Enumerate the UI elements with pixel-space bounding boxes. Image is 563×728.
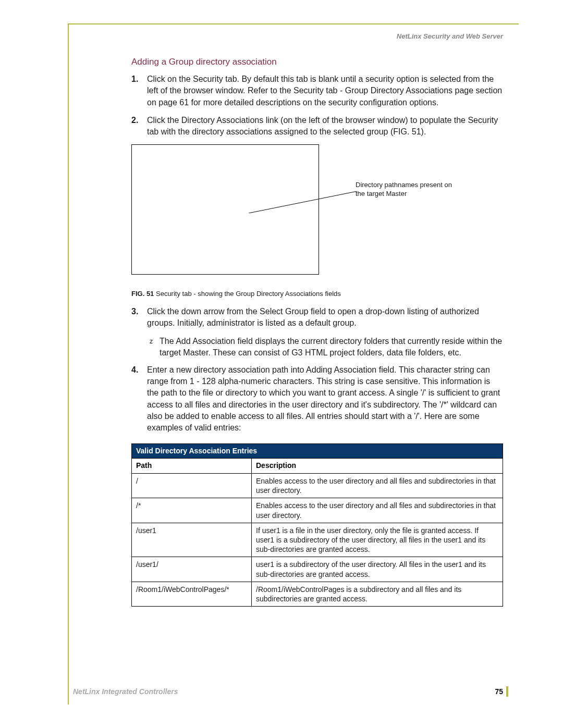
- table-row: /Room1/iWebControlPages/* /Room1/iWebCon…: [132, 582, 503, 606]
- step-body: Click on the Security tab. By default th…: [147, 73, 503, 108]
- running-head: NetLinx Security and Web Server: [69, 24, 519, 40]
- figure-caption-label: FIG. 51: [131, 290, 154, 298]
- cell-desc: Enables access to the user directory and…: [252, 498, 503, 523]
- svg-line-0: [249, 191, 357, 213]
- cell-path: /: [132, 474, 252, 498]
- bullet-marker: z: [149, 336, 160, 359]
- step-body: Click the Directory Associations link (o…: [147, 115, 503, 138]
- step-number: 2.: [131, 115, 147, 138]
- table-title: Valid Directory Association Entries: [132, 443, 503, 459]
- footer-title: NetLinx Integrated Controllers: [73, 687, 178, 696]
- step-number: 4.: [131, 364, 147, 434]
- page-footer: NetLinx Integrated Controllers 75: [73, 686, 508, 697]
- cell-desc: If user1 is a file in the user directory…: [252, 523, 503, 557]
- cell-desc: /Room1/iWebControlPages is a subdirector…: [252, 582, 503, 606]
- step-1: 1. Click on the Security tab. By default…: [131, 73, 503, 108]
- callout-label: Directory pathnames present on the targe…: [356, 181, 460, 199]
- table-row: /user1 If user1 is a file in the user di…: [132, 523, 503, 557]
- cell-desc: Enables access to the user directory and…: [252, 474, 503, 498]
- content-area: Adding a Group directory association 1. …: [69, 40, 519, 607]
- table-row: /user1/ user1 is a subdirectory of the u…: [132, 557, 503, 582]
- step-body: Enter a new directory association path i…: [147, 364, 503, 434]
- callout-leader-line: [249, 191, 357, 213]
- bullet-item: z The Add Association field displays the…: [149, 336, 503, 359]
- step-body: Click the down arrow from the Select Gro…: [147, 306, 503, 329]
- cell-path: /Room1/iWebControlPages/*: [132, 582, 252, 606]
- table-row: /* Enables access to the user directory …: [132, 498, 503, 523]
- step-4: 4. Enter a new directory association pat…: [131, 364, 503, 434]
- cell-desc: user1 is a subdirectory of the user dire…: [252, 557, 503, 582]
- step-3: 3. Click the down arrow from the Select …: [131, 306, 503, 329]
- valid-entries-table: Valid Directory Association Entries Path…: [131, 443, 503, 607]
- step-number: 3.: [131, 306, 147, 329]
- page-frame: NetLinx Security and Web Server Adding a…: [68, 23, 519, 705]
- step-2: 2. Click the Directory Associations link…: [131, 115, 503, 138]
- cell-path: /user1/: [132, 557, 252, 582]
- cell-path: /*: [132, 498, 252, 523]
- table-head-desc: Description: [252, 459, 503, 474]
- step-number: 1.: [131, 73, 147, 108]
- bullet-body: The Add Association field displays the c…: [160, 336, 503, 359]
- cell-path: /user1: [132, 523, 252, 557]
- figure-caption-text: Security tab - showing the Group Directo…: [156, 290, 341, 298]
- table-head-path: Path: [132, 459, 252, 474]
- table-row: / Enables access to the user directory a…: [132, 474, 503, 498]
- page-number: 75: [495, 686, 508, 697]
- figure-caption: FIG. 51 Security tab - showing the Group…: [131, 289, 503, 299]
- section-heading: Adding a Group directory association: [131, 56, 503, 68]
- figure-51: Directory pathnames present on the targe…: [131, 144, 503, 285]
